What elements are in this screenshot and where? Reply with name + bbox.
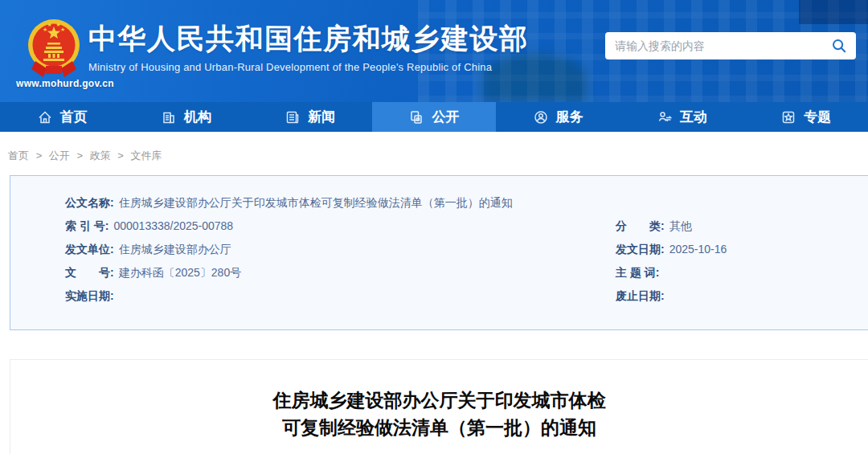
nav-label: 新闻: [308, 108, 335, 126]
document-metadata-box: 公文名称: 住房城乡建设部办公厅关于印发城市体检可复制经验做法清单（第一批）的通…: [10, 175, 868, 330]
meta-value-document-number: 建办科函〔2025〕280号: [119, 261, 242, 284]
meta-value-issue-date: 2025-10-16: [669, 238, 727, 261]
meta-row-effective-repeal: 实施日期: 废止日期:: [65, 284, 868, 308]
search-icon: [831, 38, 847, 54]
main-navigation: 首页 机构 新闻 公开 服务 互: [0, 102, 868, 132]
nav-item-disclosure[interactable]: 公开: [372, 102, 496, 132]
article-title-line2: 可复制经验做法清单（第一批）的通知: [10, 414, 868, 441]
meta-label-category: 分 类:: [616, 215, 665, 238]
breadcrumb-separator: >: [76, 149, 83, 162]
home-icon: [37, 109, 53, 125]
meta-label-document-number: 文 号:: [65, 261, 114, 284]
meta-row-index-category: 索 引 号: 000013338/2025-00788 分 类: 其他: [65, 215, 868, 238]
meta-value-document-name: 住房城乡建设部办公厅关于印发城市体检可复制经验做法清单（第一批）的通知: [119, 191, 513, 215]
meta-label-issuing-unit: 发文单位:: [65, 238, 114, 261]
meta-value-index-number: 000013338/2025-00788: [113, 215, 233, 238]
nav-label: 公开: [432, 108, 459, 126]
meta-row-issuer-date: 发文单位: 住房城乡建设部办公厅 发文日期: 2025-10-16: [65, 238, 868, 261]
search-button[interactable]: [830, 37, 848, 55]
news-icon: [285, 109, 301, 125]
breadcrumb: 首页 > 公开 > 政策 > 文件库: [8, 149, 868, 163]
meta-label-keywords: 主 题 词:: [616, 261, 659, 284]
breadcrumb-separator: >: [117, 149, 124, 162]
article-title-line1: 住房城乡建设部办公厅关于印发城市体检: [10, 387, 868, 414]
breadcrumb-separator: >: [36, 149, 43, 162]
svg-text:★: ★: [43, 27, 47, 32]
breadcrumb-home[interactable]: 首页: [8, 149, 29, 162]
nav-label: 服务: [556, 108, 583, 126]
breadcrumb-disclosure[interactable]: 公开: [49, 149, 70, 162]
nav-item-news[interactable]: 新闻: [248, 102, 372, 132]
nav-item-topics[interactable]: 专题: [744, 102, 868, 132]
svg-text:★: ★: [60, 27, 65, 32]
meta-label-effective-date: 实施日期:: [65, 284, 114, 308]
meta-label-repeal-date: 废止日期:: [616, 284, 665, 308]
topics-icon: [780, 109, 796, 125]
interaction-icon: [657, 109, 673, 125]
disclosure-icon: [408, 109, 424, 125]
service-icon: [533, 109, 549, 125]
meta-value-category: 其他: [669, 215, 692, 238]
nav-item-service[interactable]: 服务: [496, 102, 620, 132]
nav-item-interaction[interactable]: 互动: [620, 102, 743, 132]
svg-text:★: ★: [47, 22, 52, 27]
breadcrumb-policy[interactable]: 政策: [90, 149, 111, 162]
nav-label: 互动: [680, 108, 707, 126]
nav-label: 机构: [184, 108, 211, 126]
site-url: www.mohurd.gov.cn: [16, 78, 114, 89]
nav-item-home[interactable]: 首页: [0, 102, 124, 132]
nav-label: 首页: [60, 108, 88, 126]
breadcrumb-document-library[interactable]: 文件库: [131, 149, 162, 162]
site-subtitle-english: Ministry of Housing and Urban-Rural Deve…: [88, 61, 529, 73]
meta-label-index-number: 索 引 号:: [65, 215, 108, 238]
site-title: 中华人民共和国住房和城乡建设部: [88, 22, 529, 55]
search-box: [605, 32, 856, 59]
meta-row-document-name: 公文名称: 住房城乡建设部办公厅关于印发城市体检可复制经验做法清单（第一批）的通…: [65, 191, 868, 215]
meta-value-issuing-unit: 住房城乡建设部办公厅: [119, 238, 231, 261]
organization-icon: [161, 109, 177, 125]
header-dark-corner-decoration: [799, 0, 868, 24]
nav-item-organization[interactable]: 机构: [124, 102, 248, 132]
article-content-box: 住房城乡建设部办公厅关于印发城市体检 可复制经验做法清单（第一批）的通知: [10, 359, 868, 454]
national-emblem-logo: ★ ★ ★ ★: [27, 16, 81, 80]
search-input[interactable]: [615, 39, 830, 52]
meta-label-document-name: 公文名称:: [65, 191, 114, 215]
nav-label: 专题: [804, 108, 831, 126]
site-header: ★ ★ ★ ★ www.mohurd.gov.cn 中华人民共和国住房和城乡建设…: [0, 0, 868, 102]
meta-label-issue-date: 发文日期:: [616, 238, 665, 261]
meta-row-docnumber-keywords: 文 号: 建办科函〔2025〕280号 主 题 词:: [65, 261, 868, 284]
